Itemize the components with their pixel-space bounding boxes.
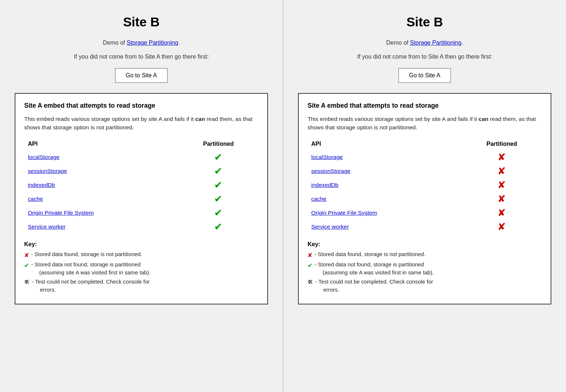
api-label: Origin Private File System <box>24 206 179 220</box>
key-item-text: - Test could not be completed. Check con… <box>315 278 542 294</box>
cross-icon: ✘ <box>497 221 506 232</box>
left-panel: Site BDemo of Storage Partitioning.If yo… <box>0 0 283 392</box>
api-status: ✔ <box>179 220 258 234</box>
api-label: Service worker <box>308 220 462 234</box>
key-section: Key:✘- Stored data found, storage is not… <box>308 241 542 294</box>
api-link[interactable]: Service worker <box>28 223 66 230</box>
embed-description: This embed reads various storage options… <box>308 115 542 132</box>
cross-icon: ✘ <box>308 251 312 260</box>
api-label: cache <box>24 192 179 206</box>
api-table: APIPartitionedlocalStorage✔sessionStorag… <box>24 139 258 234</box>
goto-site-a-button[interactable]: Go to Site A <box>398 68 451 83</box>
api-status: ✔ <box>179 150 258 164</box>
embed-title: Site A embed that attempts to read stora… <box>24 102 258 110</box>
api-link[interactable]: cache <box>28 196 43 202</box>
key-section: Key:✘- Stored data found, storage is not… <box>24 241 258 294</box>
key-item: ✘- Stored data found, storage is not par… <box>24 251 258 260</box>
warning-icon: 🛠 <box>24 278 30 286</box>
demo-text: Demo of Storage Partitioning. <box>103 40 180 46</box>
api-link[interactable]: Origin Private File System <box>311 210 377 216</box>
partitioned-column-header: Partitioned <box>179 139 258 150</box>
embed-title: Site A embed that attempts to read stora… <box>308 102 542 110</box>
api-link[interactable]: cache <box>311 196 326 202</box>
check-icon: ✔ <box>214 221 223 232</box>
api-label: localStorage <box>308 150 462 164</box>
api-link[interactable]: Service worker <box>311 223 349 230</box>
check-icon: ✔ <box>214 207 223 218</box>
cross-icon: ✘ <box>497 166 506 177</box>
api-status: ✔ <box>179 164 258 178</box>
warning-icon: 🛠 <box>308 278 313 286</box>
key-item: ✔- Stored data not found, storage is par… <box>24 261 258 277</box>
instruction-text: If you did not come from to Site A then … <box>74 53 209 60</box>
api-status: ✘ <box>462 178 542 192</box>
api-label: sessionStorage <box>24 164 179 178</box>
cross-icon: ✘ <box>497 180 506 191</box>
partitioned-column-header: Partitioned <box>462 139 542 150</box>
cross-icon: ✘ <box>24 251 29 260</box>
api-status: ✘ <box>462 192 542 206</box>
api-label: sessionStorage <box>308 164 462 178</box>
check-icon: ✔ <box>308 261 312 270</box>
api-column-header: API <box>308 139 462 150</box>
api-link[interactable]: localStorage <box>28 154 59 160</box>
demo-text: Demo of Storage Partitioning. <box>386 40 463 46</box>
api-link[interactable]: Origin Private File System <box>28 210 93 216</box>
cross-icon: ✘ <box>497 193 506 204</box>
key-item-text: - Stored data not found, storage is part… <box>315 261 542 277</box>
api-label: localStorage <box>24 150 179 164</box>
key-item: ✔- Stored data not found, storage is par… <box>308 261 542 277</box>
check-icon: ✔ <box>214 180 223 191</box>
api-link[interactable]: indexedDb <box>28 182 55 188</box>
check-icon: ✔ <box>214 152 223 163</box>
table-row: cache✘ <box>308 192 542 206</box>
table-row: indexedDb✘ <box>308 178 542 192</box>
api-column-header: API <box>24 139 179 150</box>
api-link[interactable]: sessionStorage <box>28 168 67 174</box>
key-item-text: - Test could not be completed. Check con… <box>32 278 258 294</box>
table-row: Origin Private File System✔ <box>24 206 258 220</box>
embed-description: This embed reads various storage options… <box>24 115 258 132</box>
table-row: sessionStorage✘ <box>308 164 542 178</box>
api-label: indexedDb <box>308 178 462 192</box>
api-status: ✔ <box>179 178 258 192</box>
api-label: Origin Private File System <box>308 206 462 220</box>
table-row: Origin Private File System✘ <box>308 206 542 220</box>
table-row: indexedDb✔ <box>24 178 258 192</box>
storage-partitioning-link[interactable]: Storage Partitioning <box>126 40 178 46</box>
api-link[interactable]: localStorage <box>311 154 343 160</box>
site-title: Site B <box>407 15 443 29</box>
goto-site-a-button[interactable]: Go to Site A <box>115 68 168 83</box>
api-link[interactable]: sessionStorage <box>311 168 350 174</box>
table-row: cache✔ <box>24 192 258 206</box>
key-title: Key: <box>308 241 542 248</box>
api-link[interactable]: indexedDb <box>311 182 338 188</box>
key-subtext: (assuming site A was visited first in sa… <box>31 269 258 277</box>
cross-icon: ✘ <box>497 152 506 163</box>
embed-box: Site A embed that attempts to read stora… <box>15 93 268 304</box>
check-icon: ✔ <box>214 193 223 204</box>
key-title: Key: <box>24 241 258 248</box>
instruction-text: If you did not come from to Site A then … <box>357 53 492 60</box>
api-status: ✘ <box>462 220 542 234</box>
table-row: localStorage✔ <box>24 150 258 164</box>
key-subtext: errors. <box>315 286 542 294</box>
check-icon: ✔ <box>24 261 29 270</box>
api-status: ✔ <box>179 206 258 220</box>
key-item: 🛠- Test could not be completed. Check co… <box>24 278 258 294</box>
api-status: ✘ <box>462 150 542 164</box>
right-panel: Site BDemo of Storage Partitioning.If yo… <box>283 0 566 392</box>
check-icon: ✔ <box>214 166 223 177</box>
storage-partitioning-link[interactable]: Storage Partitioning <box>410 40 462 46</box>
key-item-text: - Stored data not found, storage is part… <box>31 261 258 277</box>
cross-icon: ✘ <box>497 207 506 218</box>
key-item-text: - Stored data found, storage is not part… <box>315 251 542 259</box>
api-status: ✔ <box>179 192 258 206</box>
api-label: Service worker <box>24 220 179 234</box>
api-table: APIPartitionedlocalStorage✘sessionStorag… <box>308 139 542 234</box>
api-status: ✘ <box>462 206 542 220</box>
site-title: Site B <box>123 15 160 29</box>
table-row: Service worker✘ <box>308 220 542 234</box>
key-item-text: - Stored data found, storage is not part… <box>31 251 258 259</box>
key-subtext: errors. <box>32 286 258 294</box>
